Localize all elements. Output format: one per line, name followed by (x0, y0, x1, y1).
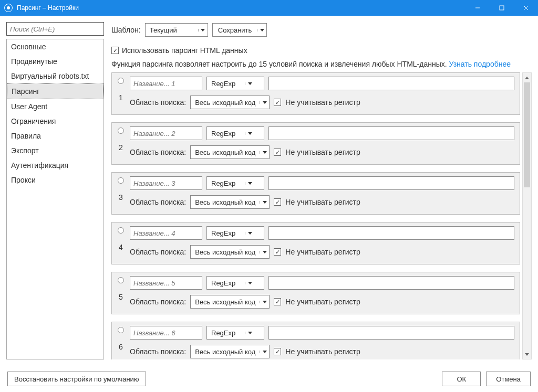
rule-pattern-input[interactable] (268, 276, 514, 290)
rule-type-value: RegExp (207, 80, 245, 88)
footer: Восстановить настройки по умолчанию ОК О… (0, 366, 538, 392)
ignorecase-checkbox[interactable] (274, 198, 281, 206)
rule-number: 5 (119, 287, 123, 301)
rule-name-input[interactable] (130, 276, 202, 290)
rule-radio[interactable] (118, 227, 124, 234)
scope-label: Область поиска: (130, 347, 186, 356)
cancel-button[interactable]: Отмена (486, 372, 531, 386)
window-title: Парсинг – Настройки (17, 4, 465, 12)
sidebar-item[interactable]: Ограничения (7, 114, 104, 129)
scope-value: Весь исходный код (191, 348, 260, 356)
rule-pattern-input[interactable] (268, 176, 514, 190)
rule-pattern-input[interactable] (268, 226, 514, 240)
enable-parsing-row: Использовать парсинг HTML данных (111, 46, 532, 55)
scope-value: Весь исходный код (191, 149, 260, 156)
ignorecase-checkbox[interactable] (274, 149, 281, 156)
scope-select[interactable]: Весь исходный код (190, 195, 270, 209)
rule-name-input[interactable] (130, 176, 202, 190)
rule-block: 1RegExpОбласть поиска:Весь исходный кодН… (111, 72, 520, 115)
rule-type-value: RegExp (207, 279, 245, 287)
sidebar-item[interactable]: Парсинг (7, 83, 104, 99)
main-panel: Шаблон: Текущий Сохранить Использовать п… (111, 22, 532, 359)
rules-list: 1RegExpОбласть поиска:Весь исходный кодН… (111, 72, 522, 359)
scrollbar[interactable] (522, 72, 532, 359)
chevron-down-icon (245, 282, 254, 284)
rule-pattern-input[interactable] (268, 77, 514, 90)
rule-radio[interactable] (118, 327, 124, 333)
learn-more-link[interactable]: Узнать подробнее (449, 60, 511, 68)
rule-name-input[interactable] (130, 326, 202, 340)
ignorecase-label: Не учитывать регистр (285, 248, 360, 256)
chevron-down-icon (260, 201, 269, 204)
ignorecase-checkbox[interactable] (274, 248, 281, 256)
scroll-up-button[interactable] (523, 73, 531, 82)
rule-radio[interactable] (118, 277, 124, 283)
sidebar-item[interactable]: User Agent (7, 99, 104, 114)
rule-pattern-input[interactable] (268, 326, 514, 340)
scope-value: Весь исходный код (191, 99, 260, 107)
rule-radio[interactable] (118, 78, 124, 84)
rule-name-input[interactable] (130, 226, 202, 240)
template-select[interactable]: Текущий (145, 23, 208, 37)
scope-value: Весь исходный код (191, 248, 260, 256)
ignorecase-label: Не учитывать регистр (285, 198, 360, 206)
sidebar-item[interactable]: Правила (7, 129, 104, 143)
rule-block: 5RegExpОбласть поиска:Весь исходный кодН… (111, 272, 520, 314)
scope-select[interactable]: Весь исходный код (190, 145, 270, 159)
sidebar-item[interactable]: Основные (7, 39, 104, 54)
scope-select[interactable]: Весь исходный код (190, 245, 270, 259)
description-text: Функция парсинга позволяет настроить до … (111, 60, 532, 68)
rule-number: 6 (119, 336, 123, 351)
save-template-button[interactable]: Сохранить (212, 23, 267, 37)
rule-type-select[interactable]: RegExp (206, 226, 264, 240)
svg-rect-1 (500, 6, 504, 10)
sidebar-item[interactable]: Экспорт (7, 143, 104, 158)
close-button[interactable] (514, 0, 538, 16)
scope-label: Область поиска: (130, 98, 186, 107)
chevron-down-icon (260, 351, 269, 353)
scroll-thumb[interactable] (524, 82, 530, 187)
rule-radio[interactable] (118, 177, 124, 184)
rule-type-select[interactable]: RegExp (206, 326, 264, 340)
ignorecase-checkbox[interactable] (274, 348, 281, 355)
rule-number: 2 (119, 137, 123, 152)
scope-value: Весь исходный код (191, 198, 260, 206)
rule-name-input[interactable] (130, 126, 202, 140)
minimize-button[interactable] (465, 0, 490, 16)
rule-type-value: RegExp (207, 179, 245, 187)
sidebar-item[interactable]: Прокси (7, 173, 104, 187)
scroll-track[interactable] (523, 82, 531, 349)
scope-value: Весь исходный код (191, 298, 260, 306)
rule-number: 4 (119, 237, 123, 251)
ignorecase-checkbox[interactable] (274, 298, 281, 305)
scroll-down-button[interactable] (523, 349, 531, 359)
rule-type-select[interactable]: RegExp (206, 176, 264, 190)
rule-type-value: RegExp (207, 130, 245, 137)
scope-select[interactable]: Весь исходный код (190, 295, 270, 309)
search-input[interactable] (6, 22, 104, 36)
ok-button[interactable]: ОК (442, 372, 481, 386)
scope-select[interactable]: Весь исходный код (190, 345, 270, 358)
rule-name-input[interactable] (130, 77, 202, 90)
sidebar-item[interactable]: Аутентификация (7, 158, 104, 173)
ignorecase-label: Не учитывать регистр (285, 98, 360, 107)
rule-type-select[interactable]: RegExp (206, 276, 264, 290)
sidebar-item[interactable]: Виртуальный robots.txt (7, 69, 104, 83)
rule-pattern-input[interactable] (268, 126, 514, 140)
chevron-down-icon (260, 151, 269, 154)
rule-type-select[interactable]: RegExp (206, 77, 264, 90)
enable-parsing-label: Использовать парсинг HTML данных (122, 46, 247, 55)
template-row: Шаблон: Текущий Сохранить (111, 22, 532, 38)
chevron-down-icon (245, 132, 254, 135)
chevron-down-icon (245, 332, 254, 334)
enable-parsing-checkbox[interactable] (111, 47, 119, 54)
nav-list: ОсновныеПродвинутыеВиртуальный robots.tx… (6, 39, 104, 359)
ignorecase-checkbox[interactable] (274, 99, 281, 106)
rule-type-select[interactable]: RegExp (206, 126, 264, 140)
sidebar-item[interactable]: Продвинутые (7, 54, 104, 69)
maximize-button[interactable] (490, 0, 514, 16)
rule-radio[interactable] (118, 128, 124, 134)
rule-block: 4RegExpОбласть поиска:Весь исходный кодН… (111, 222, 520, 264)
restore-defaults-button[interactable]: Восстановить настройки по умолчанию (7, 372, 146, 386)
scope-select[interactable]: Весь исходный код (190, 96, 270, 109)
